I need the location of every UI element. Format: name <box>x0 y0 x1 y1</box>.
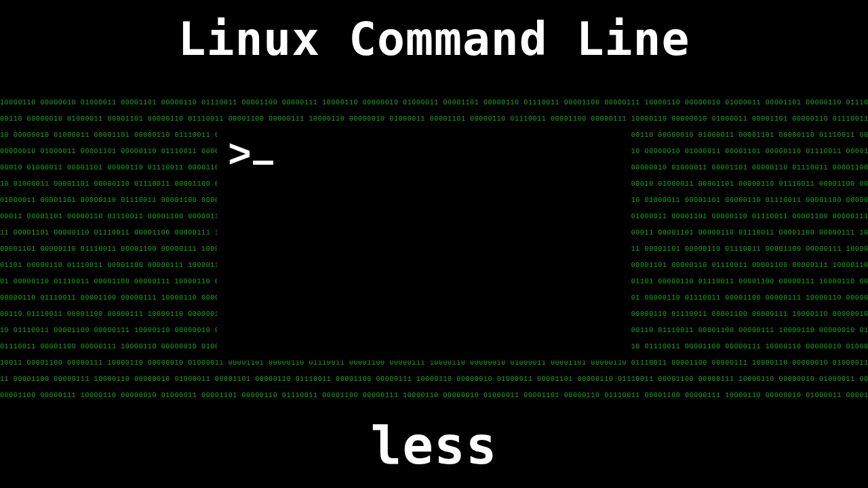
binary-row: 00001100 00000111 10000110 00000010 0100… <box>0 388 868 400</box>
command-name: less <box>0 415 868 476</box>
stage: Linux Command Line 10000110 00000010 010… <box>0 0 868 488</box>
binary-row: 10000110 00000010 01000011 00001101 0000… <box>0 95 868 111</box>
binary-row: 00110 00000010 01000011 00001101 0000011… <box>0 111 868 127</box>
cursor-icon <box>253 161 273 165</box>
prompt-symbol: > <box>228 134 252 178</box>
binary-row: 11 00001100 00000111 10000110 00000010 0… <box>0 371 868 388</box>
prompt-icon: > <box>228 134 273 178</box>
page-title: Linux Command Line <box>0 12 868 66</box>
terminal-window: > <box>217 130 631 361</box>
